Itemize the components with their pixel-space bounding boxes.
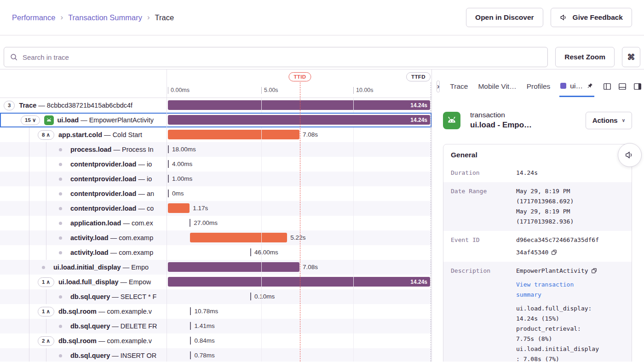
search-input[interactable]	[4, 47, 548, 67]
span-count-badge[interactable]: 1 ∧	[38, 277, 54, 287]
span-row[interactable]: db.sql.query — DELETE FR1.41ms	[0, 319, 431, 333]
span-row[interactable]: db.sql.query — INSERT OR0.78ms	[0, 348, 431, 362]
span-bar-cell: 1.41ms	[167, 319, 431, 333]
tab-label: Mobile Vit…	[478, 82, 516, 91]
span-duration-label: 4.00ms	[172, 157, 192, 172]
pin-icon[interactable]	[586, 82, 593, 89]
span-bar[interactable]	[190, 322, 191, 330]
span-row[interactable]: 2 ∧db.sql.room — com.example.v0.84ms	[0, 333, 431, 348]
copy-icon[interactable]	[591, 268, 597, 274]
span-bar[interactable]	[168, 203, 190, 213]
tab-profiles[interactable]: Profiles	[526, 76, 552, 97]
description-stat: ui.load.full_display: 14.24s (15%)	[516, 304, 599, 324]
span-dot	[59, 163, 62, 166]
tab-ui-load[interactable]: ui…	[559, 76, 594, 97]
span-bar[interactable]: 14.24s	[168, 100, 430, 110]
tree-indent-guide	[21, 348, 38, 362]
span-duration-label: 0ms	[172, 186, 184, 201]
span-bar[interactable]	[168, 145, 169, 153]
description-stat: ui.load.initial_display: 7.08s (7%)	[516, 344, 599, 362]
span-row[interactable]: process.load — Process In18.00ms	[0, 142, 431, 157]
tree-indent-guide	[38, 172, 55, 186]
span-row[interactable]: db.sql.query — SELECT * F0.10ms	[0, 289, 431, 304]
span-bar[interactable]	[190, 351, 191, 359]
reset-zoom-button[interactable]: Reset Zoom	[555, 47, 615, 67]
give-feedback-button[interactable]: Give Feedback	[551, 8, 632, 27]
tab-mobile-vitals[interactable]: Mobile Vit…	[477, 76, 517, 97]
tree-indent-guide	[21, 275, 38, 289]
span-dot	[59, 178, 62, 181]
span-tree-cell: application.load — com.ex	[0, 216, 167, 230]
span-count-badge[interactable]: 2 ∧	[38, 336, 54, 346]
open-in-discover-button[interactable]: Open in Discover	[466, 8, 543, 27]
tree-indent-guide	[21, 157, 38, 172]
span-bar[interactable]	[190, 219, 190, 227]
trace-detail-panel: › Trace Mobile Vit… Profiles ui…	[431, 69, 644, 362]
tree-indent-guide	[21, 289, 38, 304]
copy-icon[interactable]	[551, 249, 557, 255]
span-duration-label: 1.00ms	[172, 172, 192, 186]
event-id-key: Event ID	[443, 235, 516, 257]
span-row[interactable]: contentprovider.load — io4.00ms	[0, 157, 431, 172]
span-row[interactable]: contentprovider.load — an0ms	[0, 186, 431, 201]
span-row[interactable]: application.load — com.ex27.00ms	[0, 216, 431, 230]
span-tree-cell: activity.load — com.examp	[0, 230, 167, 245]
general-card: General Duration 14.24s Date Range May 2…	[443, 144, 632, 362]
breadcrumb-performance[interactable]: Performance	[12, 13, 55, 22]
feedback-fab[interactable]	[618, 143, 642, 167]
span-row[interactable]: 1 ∧db.sql.room — com.example.v10.78ms	[0, 304, 431, 319]
waterfall-header: 0.00ms 5.00s 10.00s	[0, 69, 431, 98]
span-bar-cell: 5.22s	[167, 230, 431, 245]
span-row[interactable]: 1 ∧ui.load.full_display — Empow14.24s	[0, 275, 431, 289]
tree-header	[0, 69, 167, 98]
android-icon	[443, 112, 460, 129]
span-bar[interactable]	[190, 307, 191, 315]
span-count-badge[interactable]: 1 ∧	[38, 307, 54, 316]
span-bar[interactable]	[168, 130, 299, 139]
span-bar[interactable]	[250, 248, 251, 256]
span-row[interactable]: contentprovider.load — co1.17s	[0, 201, 431, 216]
span-row[interactable]: ui.load.initial_display — Empo7.08s	[0, 260, 431, 275]
panel-right-icon[interactable]	[633, 82, 642, 91]
panel-left-icon[interactable]	[603, 82, 612, 91]
span-count-badge[interactable]: 15 ∨	[21, 115, 40, 125]
span-tree-cell: process.load — Process In	[0, 142, 167, 157]
span-row[interactable]: contentprovider.load — io1.00ms	[0, 172, 431, 186]
tree-indent-guide	[4, 186, 21, 201]
span-count-badge[interactable]: 8 ∧	[38, 130, 54, 140]
span-bar[interactable]	[168, 262, 299, 272]
span-row[interactable]: 8 ∧app.start.cold — Cold Start7.08s	[0, 127, 431, 142]
view-transaction-summary-link[interactable]: View transaction summary	[516, 281, 574, 298]
span-bar[interactable]: 14.24s	[168, 277, 430, 287]
span-row[interactable]: activity.load — com.examp5.22s	[0, 230, 431, 245]
breadcrumb-transaction-summary[interactable]: Transaction Summary	[68, 13, 142, 22]
span-row[interactable]: 3Trace — 8cbbcd38721b415ab6cbdc4f14.24s	[0, 98, 431, 113]
span-bar-cell: 14.24s	[167, 113, 431, 127]
span-bar[interactable]	[168, 175, 169, 183]
span-bar-cell: 27.00ms	[167, 216, 431, 230]
span-duration-label: 7.08s	[303, 127, 318, 142]
collapse-panel-button[interactable]: ›	[437, 80, 440, 92]
span-bar[interactable]	[190, 233, 287, 242]
span-op-label: contentprovider.load — co	[70, 205, 154, 212]
tree-indent-guide	[4, 230, 21, 245]
tree-indent-guide	[38, 230, 55, 245]
span-row[interactable]: 15 ∨ui.load — EmpowerPlantActivity14.24s	[0, 113, 431, 127]
span-row[interactable]: activity.load — com.examp46.00ms	[0, 245, 431, 260]
panel-bottom-icon[interactable]	[618, 82, 627, 91]
span-bar[interactable]	[168, 160, 169, 168]
actions-button[interactable]: Actions ∨	[586, 112, 632, 129]
keyboard-shortcuts-button[interactable]: ⌘	[622, 47, 640, 67]
span-bar[interactable]	[190, 337, 191, 345]
span-op-label: contentprovider.load — io	[70, 175, 152, 183]
span-bar[interactable]	[250, 293, 251, 300]
span-bar[interactable]	[168, 190, 169, 197]
span-bar[interactable]: 14.24s	[168, 115, 430, 125]
span-op-label: db.sql.room — com.example.v	[58, 337, 152, 345]
span-count-badge[interactable]: 3	[4, 101, 15, 110]
tree-indent-guide	[21, 260, 38, 275]
tab-trace[interactable]: Trace	[449, 76, 469, 97]
tree-indent-guide	[4, 319, 21, 333]
app-header: Performance › Transaction Summary › Trac…	[0, 0, 644, 35]
description-stat: product_retrieval: 7.75s (8%)	[516, 324, 599, 344]
